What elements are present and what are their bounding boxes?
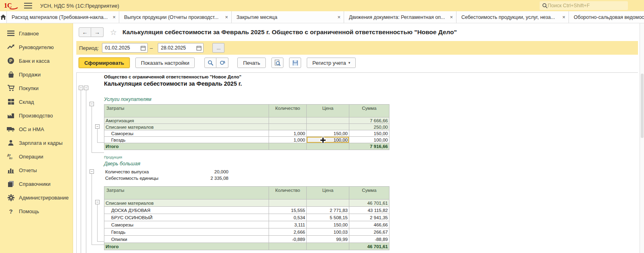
column-header[interactable]: Количество: [269, 105, 307, 117]
row-label-cell[interactable]: Опилки: [104, 236, 269, 243]
column-header[interactable]: Затраты: [104, 105, 269, 117]
expand-groups-button[interactable]: [216, 58, 228, 68]
main-menu-icon[interactable]: [24, 3, 32, 8]
column-header[interactable]: Цена: [307, 187, 349, 200]
row-label-cell[interactable]: Гвоздь: [104, 228, 269, 236]
find-button[interactable]: [204, 58, 216, 68]
row-label-cell[interactable]: БРУС ОСИНОВЫЙ: [104, 214, 269, 221]
value-cell[interactable]: 2 771,83: [307, 207, 349, 214]
document-tab[interactable]: Расход материалов (Требования-накла... ×: [7, 11, 119, 23]
show-settings-button[interactable]: Показать настройки: [135, 58, 195, 68]
value-cell[interactable]: 100,00: [349, 137, 389, 143]
value-cell[interactable]: 266,67: [349, 228, 389, 236]
sidebar-item-производство[interactable]: Производство: [0, 109, 73, 122]
table-row[interactable]: Саморезы1,000150,00150,00: [104, 130, 389, 137]
row-label-cell[interactable]: Списание материалов: [104, 200, 269, 207]
table-row[interactable]: Амортизация7 666,66: [104, 117, 389, 124]
value-cell[interactable]: 3,111: [269, 221, 307, 228]
period-to-value[interactable]: 28.02.2025: [161, 45, 186, 51]
sidebar-item-отчеты[interactable]: Отчеты: [0, 163, 73, 177]
sidebar-item-руководителю[interactable]: Руководителю: [0, 40, 73, 54]
value-cell[interactable]: 250,00: [349, 124, 389, 130]
row-label-cell[interactable]: Саморезы: [104, 221, 269, 228]
sidebar-item-зарплата-и-кадры[interactable]: Зарплата и кадры: [0, 136, 73, 150]
save-button[interactable]: [289, 58, 301, 68]
close-icon[interactable]: ×: [337, 14, 340, 20]
home-tab[interactable]: [0, 11, 7, 23]
period-from-field[interactable]: 01.02.2025: [102, 43, 148, 53]
sidebar-item-помощь[interactable]: ? Помощь: [0, 204, 73, 218]
column-header[interactable]: Сумма: [349, 105, 389, 117]
value-cell[interactable]: 150,00: [349, 130, 389, 137]
total-row[interactable]: Итого 7 916,66: [104, 143, 389, 150]
cost-table-products[interactable]: ЗатратыКоличествоЦенаСуммаСписание матер…: [104, 186, 389, 250]
search-input[interactable]: [548, 3, 620, 8]
value-cell[interactable]: 5 508,15: [307, 214, 349, 221]
collapse-group-button[interactable]: −: [90, 169, 94, 174]
value-cell[interactable]: 100,03: [307, 228, 349, 236]
table-row[interactable]: Гвоздь2,666100,03266,67: [104, 228, 389, 236]
sidebar-item-банк-и-касса[interactable]: Р Банк и касса: [0, 54, 73, 68]
calendar-icon[interactable]: [141, 45, 146, 51]
sidebar-item-справочники[interactable]: Справочники: [0, 177, 73, 191]
column-header[interactable]: Затраты: [104, 187, 269, 200]
collapse-group-button[interactable]: −: [95, 124, 100, 129]
cost-table-services[interactable]: ЗатратыКоличествоЦенаСуммаАмортизация7 6…: [104, 104, 389, 150]
value-cell[interactable]: 15,555: [269, 207, 307, 214]
forward-button[interactable]: →: [91, 27, 104, 37]
table-row[interactable]: БРУС ОСИНОВЫЙ0,5345 508,152 941,35: [104, 214, 389, 221]
document-tab[interactable]: Закрытие месяца ×: [232, 11, 344, 23]
sidebar-item-администрирование[interactable]: Администрирование: [0, 191, 73, 204]
document-tab[interactable]: Себестоимость продукции, услуг, неза... …: [457, 11, 569, 23]
value-cell[interactable]: 1,000: [269, 137, 307, 143]
sidebar-item-продажи[interactable]: Продажи: [0, 68, 73, 81]
register-dropdown-button[interactable]: Регистр учета ▾: [307, 58, 356, 68]
print-button[interactable]: Печать: [237, 58, 266, 68]
value-cell[interactable]: 100,00: [307, 137, 349, 143]
table-row[interactable]: Гвоздь1,000100,00 100,00: [104, 137, 389, 143]
collapse-group-button[interactable]: −: [90, 102, 94, 106]
scrollbar-thumb[interactable]: [641, 74, 644, 138]
value-cell[interactable]: 1,000: [269, 130, 307, 137]
table-row[interactable]: Списание материалов46 701,61: [104, 200, 389, 207]
column-header[interactable]: Сумма: [349, 187, 389, 200]
value-cell[interactable]: [307, 200, 349, 207]
sidebar-item-покупки[interactable]: Покупки: [0, 81, 73, 95]
period-from-value[interactable]: 01.02.2025: [105, 45, 130, 51]
back-button[interactable]: ←: [79, 27, 91, 37]
collapse-group-button[interactable]: −: [95, 200, 100, 204]
table-row[interactable]: Опилки-0,88999,99-88,89: [104, 236, 389, 243]
value-cell[interactable]: 0,534: [269, 214, 307, 221]
collapse-group-button[interactable]: −: [79, 86, 83, 90]
global-search[interactable]: [540, 1, 628, 10]
value-cell[interactable]: [307, 124, 349, 130]
total-row[interactable]: Итого 46 701,61: [104, 243, 389, 250]
preview-button[interactable]: [271, 58, 283, 68]
sidebar-item-склад[interactable]: Склад: [0, 95, 73, 109]
value-cell[interactable]: 99,99: [307, 236, 349, 243]
sidebar-item-операции[interactable]: ДтКт Операции: [0, 150, 73, 163]
vertical-scrollbar[interactable]: [640, 23, 644, 253]
calendar-icon[interactable]: [196, 45, 202, 51]
value-cell[interactable]: 7 666,66: [349, 117, 389, 124]
value-cell[interactable]: [269, 117, 307, 124]
close-icon[interactable]: ×: [562, 14, 565, 20]
document-tab[interactable]: Оборотно-сальдовая ведомость по сче... ×: [569, 11, 644, 23]
collapse-group-button[interactable]: −: [84, 86, 88, 90]
row-label-cell[interactable]: Списание материалов: [104, 124, 269, 130]
document-tab[interactable]: Выпуск продукции (Отчеты производст... ×: [119, 11, 232, 23]
value-cell[interactable]: 2 941,35: [349, 214, 389, 221]
row-label-cell[interactable]: Саморезы: [104, 130, 269, 137]
row-label-cell[interactable]: ДОСКА ДУБОВАЯ: [104, 207, 269, 214]
close-icon[interactable]: ×: [450, 14, 453, 20]
document-tab[interactable]: Движения документа: Регламентная оп... ×: [344, 11, 457, 23]
close-icon[interactable]: ×: [225, 14, 228, 20]
favorite-star-icon[interactable]: ☆: [110, 28, 117, 37]
value-cell[interactable]: 150,00: [307, 221, 349, 228]
period-more-button[interactable]: ...: [212, 43, 224, 53]
value-cell[interactable]: 43 115,82: [349, 207, 389, 214]
close-icon[interactable]: ×: [112, 14, 116, 20]
value-cell[interactable]: 46 701,61: [349, 200, 389, 207]
generate-button[interactable]: Сформировать: [79, 58, 130, 68]
column-header[interactable]: Количество: [269, 187, 307, 200]
